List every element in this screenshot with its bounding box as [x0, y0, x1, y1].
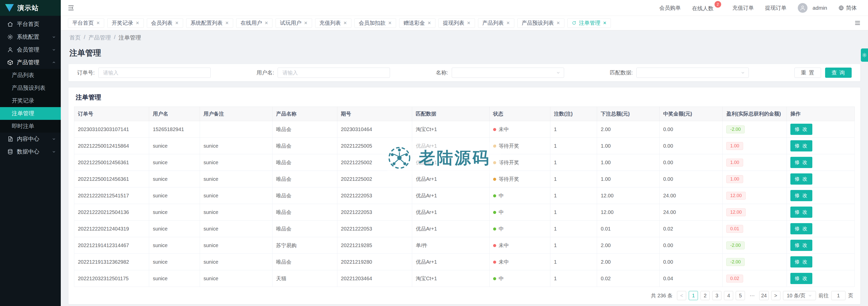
sidebar-item-system-config[interactable]: 系统配置: [0, 31, 61, 43]
cell-issue: 20221222053: [337, 204, 412, 220]
prev-page-button[interactable]: <: [677, 291, 686, 300]
edit-button[interactable]: 修 改: [790, 207, 812, 218]
edit-button[interactable]: 修 改: [790, 240, 812, 251]
edit-button[interactable]: 修 改: [790, 124, 812, 135]
close-icon[interactable]: ✕: [428, 21, 431, 25]
next-page-button[interactable]: >: [771, 291, 780, 300]
tab-product-list[interactable]: 产品列表✕: [478, 19, 514, 28]
tab-bonus[interactable]: 赠送彩金✕: [399, 19, 435, 28]
cell-win: 0.00: [659, 121, 723, 138]
refresh-icon[interactable]: [572, 21, 577, 25]
sidebar-item-label: 产品管理: [17, 59, 39, 66]
edit-button[interactable]: 修 改: [790, 256, 812, 268]
close-icon[interactable]: ✕: [265, 21, 268, 25]
order-no-input[interactable]: [98, 68, 211, 78]
close-icon[interactable]: ✕: [304, 21, 307, 25]
page-size-select[interactable]: 10 条/页: [783, 291, 816, 300]
goto-suffix: 页: [848, 292, 853, 299]
cell-match: 单/件: [412, 237, 490, 254]
top-link-online-count[interactable]: 在线人数2: [692, 4, 721, 12]
sidebar-item-product-manage[interactable]: 产品管理: [0, 56, 61, 69]
close-icon[interactable]: ✕: [343, 21, 347, 25]
sidebar-subitem-order-manage[interactable]: 注单管理: [0, 107, 61, 120]
sidebar: 演示站 平台首页系统配置会员管理产品管理产品列表产品预设列表开奖记录注单管理即时…: [0, 0, 61, 306]
sidebar-item-member-manage[interactable]: 会员管理: [0, 43, 61, 56]
match-select[interactable]: [637, 68, 749, 78]
collapse-sidebar-icon[interactable]: [67, 4, 74, 11]
edit-button[interactable]: 修 改: [790, 223, 812, 234]
cell-username: sunice: [149, 171, 200, 188]
goto-page-input[interactable]: [831, 291, 845, 300]
breadcrumb-item[interactable]: 产品管理: [88, 34, 111, 41]
page-button-1[interactable]: 1: [689, 291, 698, 300]
cell-username: 15265182941: [149, 121, 200, 138]
sidebar-subitem-product-preset-list[interactable]: 产品预设列表: [0, 81, 61, 94]
close-icon[interactable]: ✕: [506, 21, 510, 25]
tab-product-preset-list[interactable]: 产品预设列表✕: [517, 19, 564, 28]
cell-action: 修 改: [787, 171, 855, 188]
tab-platform-home[interactable]: 平台首页✕: [68, 19, 104, 28]
pagination-ellipsis[interactable]: ···: [747, 291, 757, 300]
page-button-2[interactable]: 2: [701, 291, 710, 300]
close-icon[interactable]: ✕: [603, 21, 607, 25]
tab-system-config-list[interactable]: 系统配置列表✕: [186, 19, 233, 28]
edit-button[interactable]: 修 改: [790, 157, 812, 168]
search-button[interactable]: 查 询: [825, 68, 851, 78]
tab-trial-users[interactable]: 试玩用户✕: [276, 19, 312, 28]
cell-action: 修 改: [787, 121, 855, 138]
close-icon[interactable]: ✕: [96, 21, 100, 25]
breadcrumb-item[interactable]: 首页: [69, 34, 81, 41]
language-switcher[interactable]: 简体: [838, 4, 857, 11]
tab-withdraw-list[interactable]: 提现列表✕: [438, 19, 475, 28]
name-select[interactable]: [452, 68, 564, 78]
theme-settings-handle[interactable]: [861, 48, 868, 62]
sidebar-subitem-product-list[interactable]: 产品列表: [0, 69, 61, 81]
close-icon[interactable]: ✕: [135, 21, 139, 25]
page-button-3[interactable]: 3: [712, 291, 721, 300]
cell-match: 淘宝Ct+1: [412, 270, 490, 287]
top-link-recharge-orders[interactable]: 充值订单: [733, 4, 754, 11]
username-input[interactable]: [278, 68, 390, 78]
edit-button[interactable]: 修 改: [790, 173, 812, 184]
page-button-24[interactable]: 24: [759, 291, 768, 300]
tab-recharge-list[interactable]: 充值列表✕: [315, 19, 351, 28]
close-icon[interactable]: ✕: [175, 21, 179, 25]
cell-profit: 1.00: [723, 154, 787, 171]
table-row: 202212220212404319sunicesunice唯品会2022122…: [74, 220, 855, 237]
reset-button[interactable]: 重 置: [795, 68, 821, 78]
tab-online-users[interactable]: 在线用户✕: [236, 19, 273, 28]
cell-product: 唯品会: [273, 204, 337, 220]
cell-product: 唯品会: [273, 220, 337, 237]
edit-button[interactable]: 修 改: [790, 140, 812, 151]
table-row: 20230310230310714115265182941唯品会20230310…: [74, 121, 855, 138]
page-button-5[interactable]: 5: [736, 291, 745, 300]
top-link-member-orders[interactable]: 会员购单: [659, 4, 681, 11]
sidebar-item-platform-home[interactable]: 平台首页: [0, 18, 61, 31]
tab-member-adjust[interactable]: 会员加扣款✕: [354, 19, 396, 28]
sidebar-item-content-center[interactable]: 内容中心: [0, 133, 61, 145]
filter-group-order-no: 订单号:: [77, 68, 211, 78]
sidebar-item-data-center[interactable]: 数据中心: [0, 145, 61, 158]
close-icon[interactable]: ✕: [388, 21, 392, 25]
column-header: 盈利(实际总获利的金额): [723, 107, 787, 121]
tab-draw-records[interactable]: 开奖记录✕: [107, 19, 144, 28]
top-link-withdraw-orders[interactable]: 提现订单: [765, 4, 786, 11]
username[interactable]: admin: [813, 5, 827, 11]
edit-button[interactable]: 修 改: [790, 273, 812, 284]
cell-order-no: 202303102303107141: [74, 121, 149, 138]
page-button-4[interactable]: 4: [724, 291, 733, 300]
close-icon[interactable]: ✕: [556, 21, 560, 25]
tab-order-manage[interactable]: 注单管理✕: [567, 19, 611, 28]
cell-match: 优品Ar+1: [412, 254, 490, 270]
tab-member-list[interactable]: 会员列表✕: [147, 19, 183, 28]
logo[interactable]: 演示站: [0, 0, 61, 16]
sidebar-subitem-draw-records[interactable]: 开奖记录: [0, 94, 61, 107]
close-icon[interactable]: ✕: [467, 21, 470, 25]
close-icon[interactable]: ✕: [225, 21, 229, 25]
avatar[interactable]: [798, 3, 807, 13]
sidebar-subitem-instant-orders[interactable]: 即时注单: [0, 120, 61, 133]
column-header: 订单号: [74, 107, 149, 121]
tab-options-icon[interactable]: [854, 20, 861, 26]
edit-button[interactable]: 修 改: [790, 190, 812, 201]
table-row: 202212250012456361sunicesunice唯品会2022122…: [74, 171, 855, 188]
